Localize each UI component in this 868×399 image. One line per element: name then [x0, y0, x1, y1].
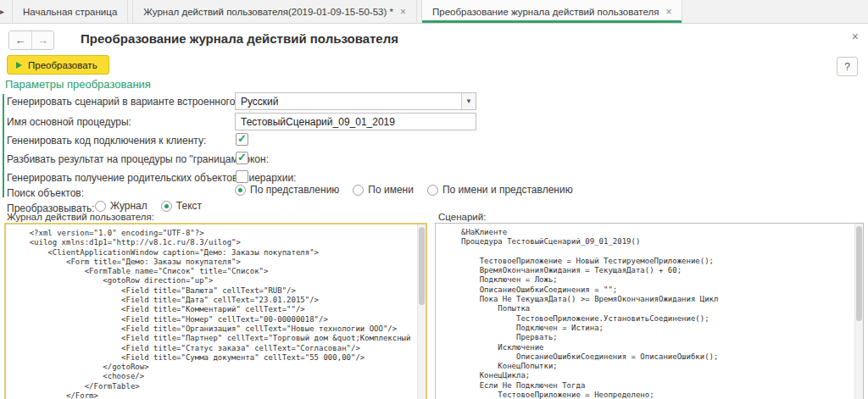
radio-text[interactable]: Текст: [161, 200, 202, 212]
check-icon: ✓: [237, 152, 247, 163]
radio-icon: [235, 185, 246, 196]
history-nav: ← →: [8, 30, 54, 50]
parent-objects-label: Генерировать получение родительских объе…: [7, 172, 296, 184]
radio-by-presentation[interactable]: По представлению: [235, 184, 339, 196]
split-windows-label: Разбивать результат на процедуры по "гра…: [7, 153, 269, 165]
scenario-code-text: &НаКлиенте Процедура ТестовыйСценарий_09…: [436, 224, 863, 399]
procedure-name-input[interactable]: [235, 113, 476, 130]
journal-code-editor[interactable]: <?xml version="1.0" encoding="UTF-8"?> <…: [4, 223, 427, 399]
convert-mode-radio-group: Журнал Текст: [95, 200, 202, 212]
radio-by-name-and-presentation[interactable]: По имени и представлению: [427, 184, 573, 196]
convert-button-label: Преобразовать: [28, 60, 97, 70]
radio-icon: [353, 185, 364, 196]
radio-icon: [95, 201, 106, 212]
scenario-scrollbar[interactable]: [854, 224, 863, 399]
dropdown-arrow-icon[interactable]: ▼: [461, 93, 476, 109]
procedure-name-label: Имя основной процедуры:: [7, 116, 131, 128]
help-button[interactable]: ?: [837, 57, 858, 76]
params-accent-bar: [3, 94, 4, 197]
radio-journal[interactable]: Журнал: [95, 200, 147, 212]
journal-panel-label: Журнал действий пользователя:: [7, 212, 154, 222]
radio-by-name[interactable]: По имени: [353, 184, 414, 196]
tab-label: Начальная страница: [23, 7, 117, 17]
check-icon: ✓: [237, 133, 247, 144]
language-label: Генерировать сценарий в варианте встроен…: [7, 96, 269, 108]
back-button[interactable]: ←: [9, 31, 31, 49]
play-icon: [16, 62, 22, 69]
tab-bar: ▸ Начальная страница Журнал действий пол…: [0, 0, 868, 24]
radio-icon: [427, 185, 438, 196]
tab-home[interactable]: Начальная страница: [12, 0, 128, 23]
client-code-checkbox[interactable]: ✓: [236, 133, 248, 146]
tab-close-icon[interactable]: ×: [400, 7, 406, 17]
scrollbar-thumb[interactable]: [419, 227, 425, 305]
split-windows-checkbox[interactable]: ✓: [236, 152, 248, 164]
language-select[interactable]: Русский ▼: [235, 92, 476, 110]
tab-close-icon[interactable]: ×: [665, 7, 671, 17]
params-section-title: Параметры преобразования: [5, 78, 151, 91]
scenario-code-editor[interactable]: &НаКлиенте Процедура ТестовыйСценарий_09…: [435, 223, 864, 399]
close-form-icon[interactable]: ×: [852, 30, 859, 42]
tab-conversion[interactable]: Преобразование журнала действий пользова…: [421, 0, 682, 23]
language-value: Русский: [236, 96, 461, 108]
parent-objects-checkbox[interactable]: [236, 170, 248, 183]
forward-button[interactable]: →: [31, 31, 53, 49]
scenario-panel-label: Сценарий:: [438, 212, 486, 222]
journal-code-text: <?xml version="1.0" encoding="UTF-8"?> <…: [6, 224, 426, 399]
tab-label: Преобразование журнала действий пользова…: [432, 7, 659, 17]
tab-journal[interactable]: Журнал действий пользователя(2019-01-09-…: [132, 0, 417, 23]
journal-scrollbar[interactable]: [417, 224, 426, 399]
scrollbar-thumb[interactable]: [856, 226, 862, 321]
radio-icon: [161, 201, 172, 212]
object-search-radio-group: По представлению По имени По имени и пре…: [235, 184, 573, 196]
convert-button[interactable]: Преобразовать: [7, 55, 109, 75]
client-code-label: Гененировать код подключения к клиенту:: [7, 135, 206, 147]
tab-bar-edge-icon[interactable]: ▸: [0, 0, 8, 23]
tab-label: Журнал действий пользователя(2019-01-09-…: [143, 7, 393, 17]
page-title: Преобразование журнала действий пользова…: [81, 31, 398, 46]
object-search-label: Поиск объектов:: [7, 187, 84, 199]
